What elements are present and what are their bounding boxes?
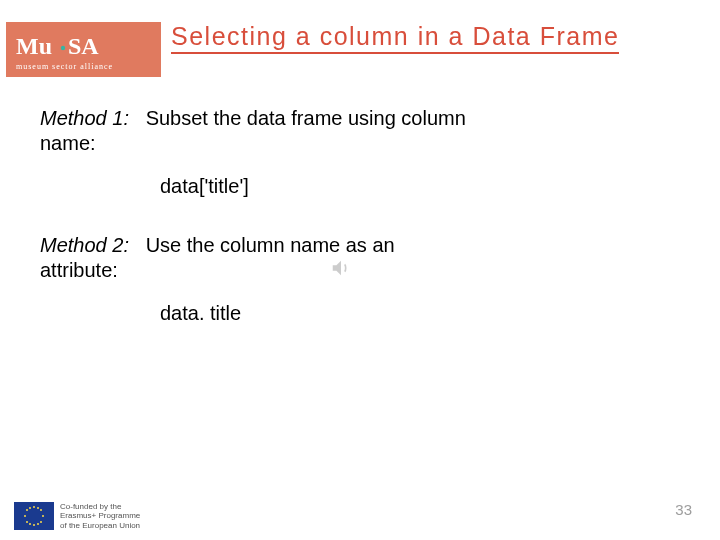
svg-text:museum sector alliance: museum sector alliance [16,62,113,71]
svg-point-8 [24,515,26,517]
svg-point-9 [42,515,44,517]
method-1-label: Method 1: [40,107,129,129]
musa-logo: Mu SA museum sector alliance [6,22,161,77]
page-number: 33 [675,501,692,518]
svg-point-12 [26,521,28,523]
eu-text-line2: Erasmus+ Programme [60,511,140,520]
svg-point-2 [61,46,65,50]
eu-text-line3: of the European Union [60,521,140,530]
speaker-icon [330,257,352,279]
method-1-desc-inline: Subset the data frame using column [146,107,466,129]
svg-point-10 [26,509,28,511]
eu-flag-icon [14,502,54,530]
svg-point-6 [33,506,35,508]
method-2-code: data. title [160,300,680,327]
method-2-desc-below: attribute: [40,257,680,284]
svg-point-7 [33,524,35,526]
method-2-label: Method 2: [40,234,129,256]
svg-point-17 [37,523,39,525]
method-2-desc-inline: Use the column name as an [146,234,395,256]
slide-footer: Co-funded by the Erasmus+ Programme of t… [14,502,140,530]
eu-text-line1: Co-funded by the [60,502,140,511]
method-2-block: Method 2: Use the column name as an attr… [40,232,680,327]
svg-point-16 [29,523,31,525]
svg-text:SA: SA [68,33,99,59]
svg-point-11 [40,509,42,511]
slide-title: Selecting a column in a Data Frame [171,22,619,54]
slide-content: Method 1: Subset the data frame using co… [0,77,720,327]
method-1-code: data['title'] [160,173,680,200]
svg-point-15 [37,507,39,509]
method-1-block: Method 1: Subset the data frame using co… [40,105,680,200]
slide-header: Mu SA museum sector alliance Selecting a… [0,0,720,77]
eu-cofund-text: Co-funded by the Erasmus+ Programme of t… [60,502,140,530]
method-1-desc-below: name: [40,130,680,157]
svg-point-13 [40,521,42,523]
svg-text:Mu: Mu [16,33,52,59]
svg-point-14 [29,507,31,509]
